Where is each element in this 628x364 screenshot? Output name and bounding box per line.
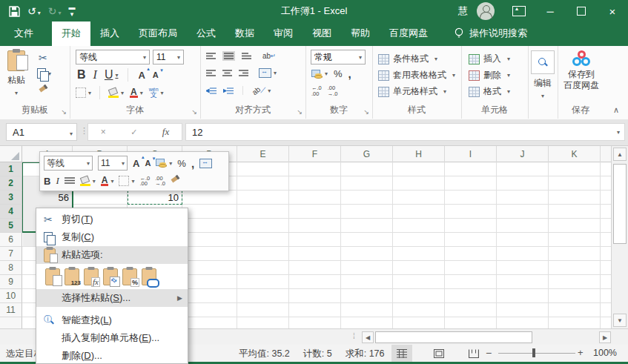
font-size-combo[interactable]: 11 (153, 50, 184, 64)
insert-function-icon[interactable]: fx (162, 126, 169, 138)
fill-color-button[interactable] (108, 88, 124, 97)
decrease-font-button[interactable]: A (153, 70, 159, 79)
paste-option-transpose[interactable] (103, 268, 118, 285)
row-header-1[interactable]: 1 (0, 162, 22, 176)
phonetic-button[interactable]: wén文 (149, 87, 164, 99)
editing-button[interactable]: 编辑 (531, 50, 555, 100)
tab-baidu-netdisk[interactable]: 百度网盘 (380, 21, 437, 46)
cancel-icon[interactable]: × (101, 127, 106, 137)
maximize-button[interactable] (566, 0, 597, 22)
format-cells-button[interactable]: 格式 (469, 84, 510, 99)
align-right-icon[interactable] (239, 70, 248, 76)
mini-font-size-combo[interactable]: 11 (98, 156, 128, 171)
user-avatar[interactable] (477, 2, 495, 20)
mini-borders-button[interactable] (119, 176, 134, 186)
increase-font-button[interactable]: A (138, 70, 145, 81)
scroll-right-icon[interactable]: ▶ (599, 331, 611, 343)
format-painter-icon[interactable] (39, 86, 47, 95)
mini-comma-button[interactable]: , (191, 157, 194, 170)
horizontal-scroll-thumb[interactable] (375, 331, 532, 343)
ribbon-display-options-icon[interactable] (503, 0, 535, 22)
col-header-H[interactable]: H (393, 146, 445, 162)
paste-option-values[interactable]: 123 (65, 268, 79, 285)
copy-icon[interactable] (37, 68, 51, 79)
percent-style-button[interactable]: % (334, 68, 343, 79)
comma-style-button[interactable]: , (348, 67, 351, 80)
tab-split-handle[interactable]: ⁞ (353, 332, 355, 340)
col-header-F[interactable]: F (289, 146, 341, 162)
zoom-in-icon[interactable]: + (578, 347, 584, 358)
redo-button[interactable]: ↻ (48, 5, 62, 17)
menu-item-cut[interactable]: ✂ 剪切(T) (36, 211, 188, 228)
normal-view-icon[interactable] (391, 345, 412, 362)
increase-decimal-icon[interactable]: ←.0.00 (311, 85, 322, 96)
menu-item-insert-copied-cells[interactable]: 插入复制的单元格(E)... (36, 329, 188, 347)
cell-styles-button[interactable]: 单元格样式 (378, 84, 455, 99)
underline-button[interactable]: U (105, 68, 119, 82)
tab-view[interactable]: 视图 (303, 21, 341, 46)
align-middle-icon[interactable] (222, 51, 235, 61)
row-header-4[interactable]: 4 (0, 205, 22, 219)
vertical-scrollbar[interactable]: ▲ ▼ (611, 146, 628, 328)
font-color-button[interactable]: A (130, 88, 143, 98)
row-header-6[interactable]: 6 (0, 233, 22, 247)
paste-option-formatting[interactable]: % (122, 268, 137, 285)
number-format-combo[interactable]: 常规 (311, 50, 366, 64)
clipboard-dialog-launcher[interactable] (61, 108, 67, 116)
save-icon[interactable] (9, 6, 20, 17)
borders-button[interactable] (76, 87, 91, 98)
insert-cells-button[interactable]: 插入 (469, 51, 510, 67)
customize-qat-icon[interactable]: ▬▾ (69, 4, 76, 18)
cell-C3-copied[interactable]: 10 (128, 191, 182, 205)
increase-indent-icon[interactable] (223, 87, 234, 94)
wrap-text-icon[interactable]: ab↵ (262, 52, 276, 60)
alignment-dialog-launcher[interactable] (297, 108, 303, 116)
scroll-up-icon[interactable]: ▲ (613, 148, 627, 161)
tab-help[interactable]: 帮助 (341, 21, 380, 46)
format-as-table-button[interactable]: 套用表格格式 (378, 67, 455, 83)
save-to-baidu-button[interactable]: 保存到 百度网盘 (563, 50, 599, 91)
orientation-icon[interactable]: ab⟋ (252, 86, 271, 95)
bold-button[interactable]: B (77, 68, 86, 82)
row-header-8[interactable]: 8 (0, 261, 22, 275)
mini-font-name-combo[interactable]: 等线 (44, 156, 93, 171)
row-header-7[interactable]: 7 (0, 247, 22, 261)
page-layout-view-icon[interactable] (429, 345, 449, 362)
col-header-K[interactable]: K (549, 146, 601, 162)
col-header-E[interactable]: E (237, 146, 289, 162)
tab-insert[interactable]: 插入 (90, 21, 129, 46)
paste-option-link[interactable] (142, 268, 156, 285)
status-sum[interactable]: 求和: 176 (346, 348, 385, 360)
align-center-icon[interactable] (222, 70, 232, 76)
select-all-corner[interactable] (0, 146, 22, 162)
tell-me-search[interactable]: 操作说明搜索 (454, 27, 527, 46)
mini-decrease-font-button[interactable]: A (145, 159, 151, 168)
merge-center-icon[interactable] (259, 68, 277, 78)
align-top-icon[interactable] (206, 53, 216, 59)
mini-fill-color-button[interactable] (80, 176, 96, 185)
row-header-2[interactable]: 2 (0, 176, 22, 191)
decrease-decimal-icon[interactable]: .00→.0 (328, 85, 338, 96)
tab-data[interactable]: 数据 (225, 21, 264, 46)
italic-button[interactable]: I (93, 68, 97, 82)
name-box[interactable]: A1 (6, 123, 77, 141)
tab-file[interactable]: 文件 (4, 21, 43, 46)
mini-align-center-icon[interactable] (65, 177, 75, 185)
formula-input[interactable]: 12 (185, 123, 625, 141)
collapse-ribbon-icon[interactable]: ∧ (613, 105, 619, 115)
row-header-10[interactable]: 10 (0, 289, 22, 303)
zoom-slider-thumb[interactable] (532, 348, 535, 357)
mini-bold-button[interactable]: B (44, 176, 50, 187)
menu-item-delete[interactable]: 删除(D)... (36, 347, 188, 364)
mini-format-painter-icon[interactable] (171, 176, 179, 185)
enter-icon[interactable]: ✓ (130, 128, 137, 137)
row-header-9[interactable]: 9 (0, 275, 22, 289)
mini-accounting-format-icon[interactable] (156, 159, 172, 168)
zoom-out-icon[interactable]: − (486, 347, 492, 359)
scroll-left-icon[interactable]: ◀ (362, 331, 374, 343)
col-header-G[interactable]: G (341, 146, 393, 162)
menu-item-copy[interactable]: 复制(C) (36, 228, 188, 246)
zoom-slider[interactable] (498, 353, 575, 354)
paste-option-paste[interactable] (45, 268, 60, 285)
mini-percent-button[interactable]: % (177, 158, 186, 169)
